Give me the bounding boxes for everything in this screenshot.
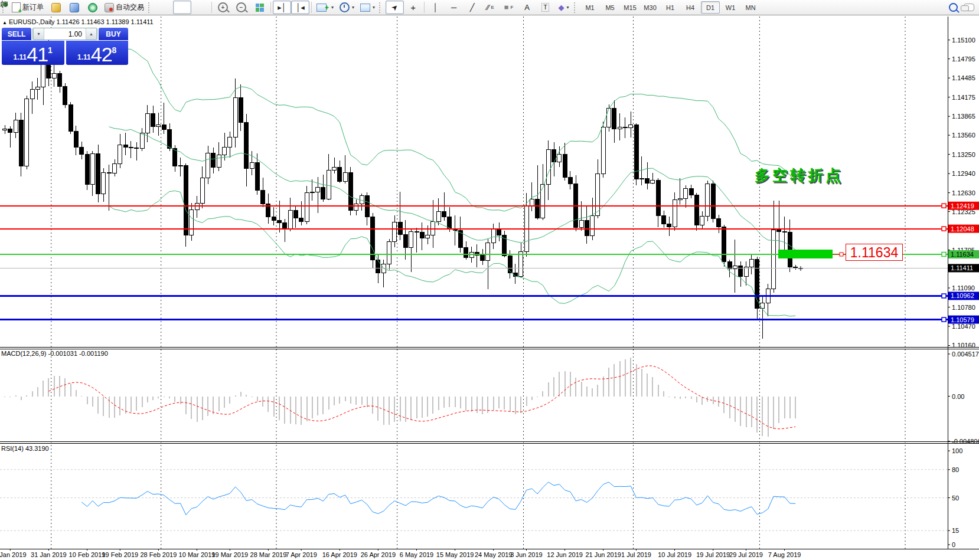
candle-body — [293, 211, 298, 218]
candle-body — [546, 149, 550, 185]
candle-body — [590, 215, 595, 236]
sell-price-big: 41 — [27, 45, 48, 63]
candle-body — [376, 260, 380, 273]
sell-price-display[interactable]: 1.11411 — [2, 41, 64, 65]
macd-bar — [109, 397, 110, 418]
macd-bar — [449, 397, 450, 408]
chart-annotation-text[interactable]: 多空转折点 — [755, 165, 843, 186]
macd-bar — [169, 397, 170, 399]
price-tick-label: 1.10470 — [952, 323, 975, 330]
candle-body — [310, 192, 314, 193]
candle-body — [348, 172, 353, 211]
macd-bar — [498, 397, 500, 408]
macd-indicator-label: MACD(12,26,9) -0.001031 -0.001190 — [1, 350, 108, 357]
macd-bar — [273, 397, 275, 417]
chart-canvas: 1.151001.147951.144851.141751.138651.135… — [0, 0, 979, 560]
candle-body — [673, 199, 677, 227]
price-tick-label: 1.12940 — [952, 170, 975, 177]
window-collapse-icon[interactable]: ▲ — [2, 20, 7, 25]
buy-price-display[interactable]: 1.11428 — [66, 41, 129, 65]
macd-bar — [641, 369, 642, 397]
candle-body — [426, 235, 430, 238]
date-tick-label: 28 Mar 2019 — [250, 551, 287, 558]
macd-bar — [334, 397, 335, 405]
macd-bar — [586, 387, 588, 396]
macd-bar — [4, 397, 5, 397]
macd-bar — [284, 397, 285, 424]
macd-bar — [416, 397, 417, 419]
candle-body — [272, 217, 276, 220]
candle-body — [568, 177, 572, 184]
macd-bar — [229, 397, 230, 404]
volume-field[interactable]: 1.00 — [44, 28, 86, 40]
macd-bar — [564, 371, 566, 396]
date-tick-label: 24 May 2019 — [475, 551, 513, 558]
macd-bar — [762, 397, 763, 436]
macd-bar — [158, 397, 159, 398]
macd-bar — [81, 396, 82, 397]
macd-bar — [252, 397, 253, 397]
macd-bar — [389, 397, 390, 425]
macd-bar — [680, 397, 681, 399]
candle-body — [123, 145, 128, 147]
date-tick-label: 28 Feb 2019 — [141, 551, 177, 558]
macd-bar — [625, 359, 626, 397]
candle-body — [90, 154, 94, 185]
candle-body — [739, 266, 743, 276]
candle-body — [689, 188, 693, 195]
candle-body — [777, 230, 781, 231]
hline-end-marker — [942, 204, 946, 208]
date-axis: 2 Jan 201931 Jan 201910 Feb 201919 Feb 2… — [0, 549, 801, 558]
price-tick-label: 1.10780 — [952, 304, 975, 311]
macd-bar — [493, 397, 494, 410]
candle-body — [458, 231, 462, 248]
macd-bar — [103, 397, 104, 416]
candle-body — [190, 210, 194, 235]
price-tick-label: 1.14485 — [952, 74, 975, 81]
candle-body — [250, 162, 254, 168]
volume-stepper: ▼ 1.00 ▲ — [32, 28, 97, 40]
candle-body — [403, 235, 407, 248]
price-tick-label: 1.12630 — [952, 189, 975, 197]
candle-body — [184, 165, 188, 235]
macd-bar — [164, 397, 165, 397]
macd-bar — [768, 397, 769, 437]
macd-bar — [477, 397, 478, 413]
hline-end-marker — [942, 294, 946, 298]
macd-bar — [723, 397, 725, 413]
candle-body — [332, 168, 337, 171]
volume-up-button[interactable]: ▲ — [86, 28, 97, 40]
macd-bar — [608, 368, 609, 396]
candle-body — [3, 129, 7, 130]
candle-body — [536, 199, 540, 218]
date-tick-label: 26 Apr 2019 — [361, 551, 396, 558]
macd-bar — [685, 397, 686, 399]
macd-bar — [597, 385, 598, 396]
macd-bar — [262, 397, 263, 407]
macd-bar — [636, 364, 637, 397]
price-line-badge-label: 1.10962 — [951, 292, 974, 299]
macd-bar — [603, 376, 604, 397]
macd-bar — [751, 397, 752, 428]
rsi-tick-label: 0 — [952, 541, 955, 548]
candle-body — [316, 187, 320, 192]
candle-body — [782, 232, 787, 232]
highlight-zone-box[interactable] — [778, 250, 833, 258]
price-callout-label[interactable]: 1.11634 — [846, 244, 903, 261]
sell-button[interactable]: SELL — [2, 28, 31, 40]
date-tick-label: 1 Jul 2019 — [621, 551, 651, 558]
chart-surface[interactable] — [0, 17, 948, 549]
volume-down-button[interactable]: ▼ — [33, 28, 44, 40]
rsi-tick-label: 15 — [952, 527, 959, 534]
candle-body — [508, 256, 512, 273]
buy-button[interactable]: BUY — [99, 28, 128, 40]
macd-bar — [789, 397, 791, 419]
macd-bar — [92, 397, 93, 407]
macd-bar — [9, 397, 11, 397]
candle-body — [354, 204, 358, 211]
macd-bar — [410, 397, 412, 420]
rsi-tick-label: 50 — [952, 494, 959, 502]
macd-bar — [460, 397, 461, 409]
candle-body — [371, 217, 375, 260]
date-tick-label: 10 Mar 2019 — [179, 551, 216, 558]
